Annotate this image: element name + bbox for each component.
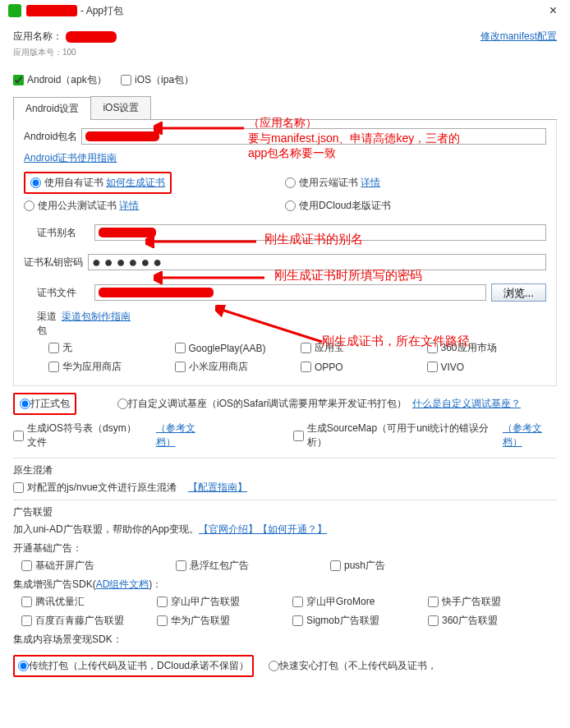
radio-custom[interactable] xyxy=(117,399,128,409)
ad-basic-1[interactable]: 悬浮红包广告 xyxy=(176,559,312,573)
ad-enh-0[interactable]: 腾讯优量汇 xyxy=(21,595,139,609)
sourcemap-ref[interactable]: （参考文档） xyxy=(503,422,557,449)
obf-checkbox[interactable]: 对配置的js/nvue文件进行原生混淆 xyxy=(13,481,177,495)
ch-oppo[interactable]: OPPO xyxy=(301,360,409,374)
arrow-pwd xyxy=(154,271,269,284)
version-note: 应用版本号：100 xyxy=(13,47,557,58)
ch-vivo[interactable]: VIVO xyxy=(427,360,536,374)
titlebar: - App打包 × xyxy=(0,0,570,21)
annotation-owncert-box: 使用自有证书 如何生成证书 xyxy=(24,172,172,194)
app-icon xyxy=(8,4,21,17)
ads-enh-title: 集成增强广告SDK( xyxy=(13,578,96,590)
title-redacted xyxy=(26,5,77,16)
radio-fast[interactable] xyxy=(269,661,279,671)
cloud-detail-link[interactable]: 详情 xyxy=(361,176,380,190)
file-label: 证书文件 xyxy=(37,286,94,300)
appname-redacted xyxy=(66,31,117,43)
channel-title: 渠道包 xyxy=(24,310,62,338)
ads-intro-link[interactable]: 【官网介绍】 xyxy=(199,523,258,537)
ch-yyb[interactable]: 应用宝 xyxy=(301,341,409,355)
pwd-input[interactable]: ●●●●●● xyxy=(88,254,546,270)
how-gen-link[interactable]: 如何生成证书 xyxy=(106,176,165,190)
dsym-ref[interactable]: （参考文档） xyxy=(156,422,210,449)
ch-none[interactable]: 无 xyxy=(48,341,157,355)
ad-basic-0[interactable]: 基础开屏广告 xyxy=(21,559,158,573)
ad-enh-6[interactable]: Sigmob广告联盟 xyxy=(292,614,410,628)
android-checkbox[interactable]: Android（apk包） xyxy=(13,73,107,87)
radio-traditional[interactable] xyxy=(18,661,29,671)
ads-enh-link[interactable]: AD组件文档 xyxy=(96,578,149,590)
alias-label: 证书别名 xyxy=(37,226,94,240)
radio-own-cert[interactable] xyxy=(30,177,41,188)
ad-enh-3[interactable]: 快手广告联盟 xyxy=(428,595,545,609)
cert-guide-link[interactable]: Android证书使用指南 xyxy=(24,152,117,164)
appname-label: 应用名称： xyxy=(13,30,62,44)
public-detail-link[interactable]: 详情 xyxy=(119,199,139,213)
radio-public-cert[interactable] xyxy=(24,200,34,211)
ad-enh-1[interactable]: 穿山甲广告联盟 xyxy=(157,595,274,609)
ch-xiaomi[interactable]: 小米应用商店 xyxy=(175,360,283,374)
pwd-label: 证书私钥密码 xyxy=(24,256,88,270)
obf-guide-link[interactable]: 【配置指南】 xyxy=(188,481,247,495)
ads-title: 广告联盟 xyxy=(13,505,557,519)
ad-basic-2[interactable]: push广告 xyxy=(330,559,467,573)
ch-google[interactable]: GooglePlay(AAB) xyxy=(175,341,283,355)
ads-howopen-link[interactable]: 【如何开通？】 xyxy=(258,523,327,537)
dsym-checkbox[interactable]: 生成iOS符号表（dsym）文件 xyxy=(13,422,145,449)
ad-enh-2[interactable]: 穿山甲GroMore xyxy=(292,595,410,609)
alias-input[interactable] xyxy=(94,224,546,241)
ch-360[interactable]: 360应用市场 xyxy=(427,341,536,355)
browse-button[interactable]: 浏览... xyxy=(491,283,546,302)
close-icon[interactable]: × xyxy=(545,3,562,18)
tab-ios[interactable]: iOS设置 xyxy=(90,96,151,119)
annotation-formal-box: 打正式包 xyxy=(13,393,76,415)
ch-huawei[interactable]: 华为应用商店 xyxy=(48,360,157,374)
ios-checkbox[interactable]: iOS（ipa包） xyxy=(121,73,194,87)
obf-title: 原生混淆 xyxy=(13,463,557,477)
radio-formal[interactable] xyxy=(20,399,30,409)
channel-guide-link[interactable]: 渠道包制作指南 xyxy=(62,310,131,338)
pkg-input[interactable] xyxy=(81,128,546,145)
tab-android[interactable]: Android设置 xyxy=(13,97,91,120)
whatis-link[interactable]: 什么是自定义调试基座？ xyxy=(412,397,521,411)
pkg-label: Android包名 xyxy=(24,130,81,144)
ads-basic-title: 开通基础广告： xyxy=(13,541,557,555)
sourcemap-checkbox[interactable]: 生成SourceMap（可用于uni统计的错误分析） xyxy=(293,422,491,449)
annotation-traditional-box: 传统打包（上传代码及证书，DCloud承诺不保留） xyxy=(13,655,254,677)
ads-scene-title: 集成内容场景变现SDK： xyxy=(13,633,557,647)
title-suffix: - App打包 xyxy=(80,4,123,18)
ad-enh-7[interactable]: 360广告联盟 xyxy=(428,614,545,628)
ad-enh-5[interactable]: 华为广告联盟 xyxy=(157,614,274,628)
radio-old-cert[interactable] xyxy=(285,200,296,211)
ads-join: 加入uni-AD广告联盟，帮助你的App变现。 xyxy=(13,523,199,537)
file-input[interactable] xyxy=(94,284,486,301)
ad-enh-4[interactable]: 百度百青藤广告联盟 xyxy=(21,614,139,628)
modify-manifest-link[interactable]: 修改manifest配置 xyxy=(480,30,557,44)
radio-cloud-cert[interactable] xyxy=(285,177,296,188)
